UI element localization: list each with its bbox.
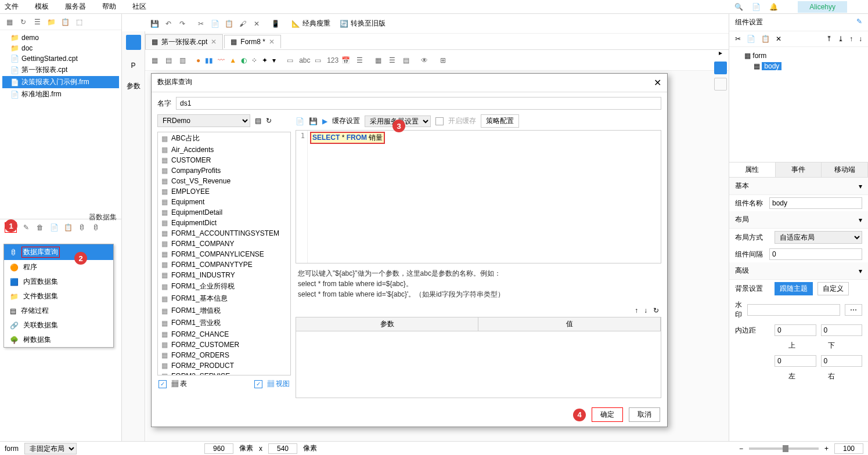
classic-button[interactable]: 📐经典瘦重 (289, 17, 333, 30)
paste-ds-icon[interactable]: 📋 (63, 223, 73, 232)
textbox-icon[interactable]: ▭ (285, 56, 294, 65)
bg-follow[interactable]: 跟随主题 (775, 282, 813, 295)
table-item[interactable]: ▦ ABC占比 (158, 132, 290, 145)
grid-icon[interactable]: ▦ (150, 56, 159, 65)
search-icon[interactable]: 🔍 (734, 3, 743, 11)
grid2-icon[interactable]: ▥ (178, 56, 187, 65)
copy2-icon[interactable]: 📄 (210, 19, 219, 28)
gauge-icon[interactable]: ◐ (241, 56, 247, 64)
pie-icon[interactable]: ● (196, 56, 200, 64)
server-ds-icon[interactable]: 🛢 (91, 223, 100, 232)
table-item[interactable]: ▦ FORM1_营业税 (158, 317, 290, 329)
new-icon[interactable]: ▦ (5, 17, 14, 27)
ds-menu-item[interactable]: 🌳树数据集 (4, 333, 113, 347)
inp-gap[interactable] (769, 248, 862, 260)
table-item[interactable]: ▦ FORM2_ORDERS (158, 350, 290, 360)
sql-text[interactable]: SELECT * FROM 销量 (310, 132, 385, 144)
table-item[interactable]: ▦ FORM1_INDUSTRY (158, 270, 290, 280)
label-icon[interactable]: abc (299, 56, 308, 65)
rg-component-icon[interactable] (714, 62, 727, 74)
table-icon[interactable]: ▤ (164, 56, 173, 65)
redo-icon[interactable]: ↷ (178, 19, 187, 28)
save-icon[interactable]: 📄 (752, 3, 761, 11)
paste-icon[interactable]: 📋 (224, 19, 233, 28)
param-dn-icon[interactable]: ↓ (644, 306, 647, 315)
table-item[interactable]: ▦ FORM2_PRODUCT (158, 360, 290, 371)
sel-layout[interactable]: 自适应布局 (775, 231, 862, 244)
pad-b[interactable] (821, 324, 863, 336)
menu-community[interactable]: 社区 (132, 2, 146, 12)
collapse-icon[interactable]: ▸ (719, 49, 722, 57)
tree-icon[interactable]: ☰ (355, 56, 364, 65)
menu-help[interactable]: 帮助 (102, 2, 116, 12)
table-item[interactable]: ▦ CUSTOMER (158, 155, 290, 165)
sql-open-icon[interactable]: 📄 (296, 117, 304, 125)
undo-icon[interactable]: ↶ (164, 19, 173, 28)
delete-icon[interactable]: 🗑 (35, 223, 45, 232)
more-chart-icon[interactable]: ▾ (272, 56, 276, 64)
table-list[interactable]: ▦ ABC占比▦ Air_Accidents▦ CUSTOMER▦ Compan… (157, 132, 291, 375)
doc-tab[interactable]: ▦第一张报表.cpt✕ (145, 34, 223, 49)
param-icon[interactable]: P (131, 62, 135, 70)
ds-menu-item[interactable]: 📁文件数据集 (4, 289, 113, 304)
line-icon[interactable]: 〰 (218, 56, 225, 64)
db-select[interactable]: FRDemo (157, 114, 250, 127)
tree-item[interactable]: 📄 第一张报表.cpt (2, 64, 119, 76)
rp-copy-icon[interactable]: 📄 (747, 35, 755, 43)
db-edit-icon[interactable]: ▤ (255, 117, 261, 125)
table-item[interactable]: ▦ CompanyProfits (158, 165, 290, 176)
status-w[interactable] (204, 443, 233, 454)
sql-preview-icon[interactable]: ▶ (322, 117, 327, 125)
convert-button[interactable]: 🔄转换至旧版 (337, 17, 388, 30)
doc-tab[interactable]: ▦Form8 *✕ (224, 35, 281, 48)
cancel-button[interactable]: 取消 (629, 407, 660, 422)
radar-icon[interactable]: ✦ (262, 56, 268, 64)
menu-server[interactable]: 服务器 (65, 2, 86, 12)
tree-item[interactable]: 📄 决策报表入门示例.frm (2, 76, 119, 88)
sql-save-icon[interactable]: 💾 (309, 117, 318, 125)
rp-paste-icon[interactable]: 📋 (761, 35, 770, 43)
ds-menu-item[interactable]: 🔗关联数据集 (4, 318, 113, 333)
db-refresh-icon[interactable]: ↻ (266, 117, 272, 125)
cut-icon[interactable]: ✂ (196, 19, 206, 28)
cont-icon[interactable]: ▦ (373, 56, 383, 65)
sec-basic[interactable]: 基本▾ (729, 178, 868, 195)
clear-icon[interactable]: ✕ (252, 19, 261, 28)
table-item[interactable]: ▦ Air_Accidents (158, 145, 290, 155)
status-h[interactable] (268, 443, 297, 454)
chk-table[interactable]: ✓ (159, 380, 167, 388)
ds-menu-item[interactable]: 🛢数据库查询 (4, 244, 113, 260)
tab-close-icon[interactable]: ✕ (269, 38, 275, 46)
table-item[interactable]: ▦ FORM1_增值税 (158, 305, 290, 317)
zoom-in-icon[interactable]: + (824, 445, 829, 453)
folder-icon[interactable]: 📁 (46, 17, 56, 27)
layout-icon[interactable]: ⊞ (438, 56, 448, 65)
tree-item[interactable]: 📄 GettingStarted.cpt (2, 53, 119, 64)
zoom-value[interactable] (834, 443, 863, 454)
bar-icon[interactable]: ▮▮ (205, 56, 213, 64)
sql-editor[interactable]: 1 SELECT * FROM 销量 (296, 130, 661, 263)
table-item[interactable]: ▦ Cost_VS_Revenue (158, 176, 290, 186)
tree-root[interactable]: ▦ form (735, 50, 862, 61)
inp-wm[interactable] (747, 304, 840, 316)
edit-icon[interactable]: ✎ (21, 223, 31, 232)
ds-menu-item[interactable]: 🟦内置数据集 (4, 275, 113, 289)
rp-up-icon[interactable]: ↑ (849, 35, 853, 43)
tree-item[interactable]: 📁 demo (2, 32, 119, 43)
param-refresh-icon[interactable]: ↻ (653, 306, 659, 315)
copy-ds-icon[interactable]: 📄 (49, 223, 59, 232)
locate-icon[interactable]: ⬚ (74, 17, 84, 27)
panel-icon[interactable]: ▤ (401, 56, 410, 65)
num-icon[interactable]: 123 (327, 56, 336, 65)
conn-icon[interactable]: 🛢 (77, 223, 87, 232)
tab-event[interactable]: 事件 (776, 162, 822, 177)
rp-del-icon[interactable]: ✕ (776, 35, 781, 43)
pad-t[interactable] (775, 324, 816, 336)
config-button[interactable]: 策略配置 (481, 114, 519, 128)
table-item[interactable]: ▦ FORM1_ACCOUNTTINGSYSTEM (158, 228, 290, 239)
table-item[interactable]: ▦ FORM2_SERVICE (158, 371, 290, 375)
rg-aux-icon[interactable] (714, 78, 727, 91)
table-item[interactable]: ▦ Equipment (158, 197, 290, 207)
param-up-icon[interactable]: ↑ (635, 306, 638, 315)
sec-adv[interactable]: 高级▾ (729, 262, 868, 280)
